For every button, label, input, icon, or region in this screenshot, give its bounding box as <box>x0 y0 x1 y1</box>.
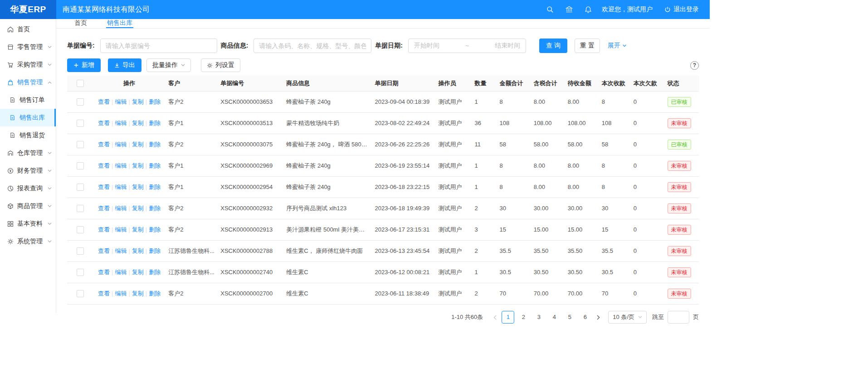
select-all-checkbox[interactable] <box>77 80 84 87</box>
delete-link[interactable]: 删除 <box>149 205 161 212</box>
batch-actions-button[interactable]: 批量操作 <box>146 58 191 72</box>
sidebar-item-sales-return[interactable]: 销售退货 <box>0 126 56 144</box>
search-button[interactable]: 查 询 <box>539 39 567 53</box>
tab-sales-outbound[interactable]: 销售出库 <box>106 19 133 28</box>
sidebar-item-sales-order[interactable]: 销售订单 <box>0 91 56 109</box>
view-link[interactable]: 查看 <box>98 120 110 126</box>
column-header-received: 本次收款 <box>599 76 631 92</box>
page-number[interactable]: 5 <box>563 311 576 324</box>
delete-link[interactable]: 删除 <box>149 162 161 169</box>
delete-link[interactable]: 删除 <box>149 120 161 126</box>
delete-link[interactable]: 删除 <box>149 184 161 190</box>
view-link[interactable]: 查看 <box>98 290 110 297</box>
row-checkbox[interactable] <box>77 141 84 148</box>
sidebar-item-products[interactable]: 商品管理 <box>0 197 56 215</box>
sidebar-item-sales-outbound[interactable]: 销售出库 <box>0 109 56 126</box>
sidebar-item-sales[interactable]: 销售管理 <box>0 73 56 91</box>
edit-link[interactable]: 编辑 <box>115 98 127 105</box>
copy-link[interactable]: 复制 <box>132 226 144 233</box>
delete-link[interactable]: 删除 <box>149 247 161 254</box>
column-settings-button[interactable]: 列设置 <box>201 58 240 72</box>
amount-cell: 70 <box>497 283 531 305</box>
row-checkbox[interactable] <box>77 205 84 212</box>
sidebar-item-reports[interactable]: 报表查询 <box>0 179 56 197</box>
view-link[interactable]: 查看 <box>98 226 110 233</box>
sidebar-item-label: 系统管理 <box>17 237 43 246</box>
view-link[interactable]: 查看 <box>98 205 110 212</box>
next-page-icon[interactable] <box>593 311 604 324</box>
logout-button[interactable]: 退出登录 <box>664 5 699 14</box>
bank-icon[interactable] <box>566 6 573 13</box>
tax-total-cell: 8.00 <box>531 92 565 113</box>
row-checkbox[interactable] <box>77 162 84 169</box>
sidebar-item-label: 销售管理 <box>17 78 43 87</box>
copy-link[interactable]: 复制 <box>132 141 144 148</box>
edit-link[interactable]: 编辑 <box>115 120 127 126</box>
row-checkbox[interactable] <box>77 184 84 191</box>
edit-link[interactable]: 编辑 <box>115 184 127 190</box>
expand-link[interactable]: 展开 <box>608 42 627 50</box>
sidebar-item-basic-data[interactable]: 基本资料 <box>0 215 56 232</box>
page-number[interactable]: 3 <box>532 311 545 324</box>
view-link[interactable]: 查看 <box>98 162 110 169</box>
row-checkbox[interactable] <box>77 290 84 297</box>
date-range-picker[interactable]: 开始时间 ~ 结束时间 <box>408 39 526 53</box>
copy-link[interactable]: 复制 <box>132 247 144 254</box>
edit-link[interactable]: 编辑 <box>115 290 127 297</box>
page-number[interactable]: 1 <box>502 311 514 324</box>
delete-link[interactable]: 删除 <box>149 290 161 297</box>
receivable-cell: 70.00 <box>565 283 599 305</box>
sidebar-item-retail[interactable]: 零售管理 <box>0 38 56 56</box>
tab-home[interactable]: 首页 <box>73 19 88 28</box>
export-button[interactable]: 导出 <box>108 58 141 72</box>
edit-link[interactable]: 编辑 <box>115 141 127 148</box>
sidebar-item-purchase[interactable]: 采购管理 <box>0 56 56 73</box>
copy-link[interactable]: 复制 <box>132 120 144 126</box>
delete-link[interactable]: 删除 <box>149 226 161 233</box>
product-info-input[interactable] <box>254 39 371 53</box>
reset-button[interactable]: 重 置 <box>575 39 600 53</box>
copy-link[interactable]: 复制 <box>132 290 144 297</box>
copy-link[interactable]: 复制 <box>132 162 144 169</box>
edit-link[interactable]: 编辑 <box>115 162 127 169</box>
delete-link[interactable]: 删除 <box>149 141 161 148</box>
copy-link[interactable]: 复制 <box>132 269 144 276</box>
page-number[interactable]: 2 <box>517 311 530 324</box>
search-icon[interactable] <box>546 6 554 13</box>
edit-link[interactable]: 编辑 <box>115 205 127 212</box>
sidebar-item-finance[interactable]: 财务管理 <box>0 162 56 179</box>
bell-icon[interactable] <box>585 6 592 13</box>
delete-link[interactable]: 删除 <box>149 269 161 276</box>
row-checkbox[interactable] <box>77 120 84 127</box>
copy-link[interactable]: 复制 <box>132 98 144 105</box>
bill-no-input[interactable] <box>100 39 217 53</box>
welcome-text: 欢迎您，测试用户 <box>602 5 653 14</box>
row-checkbox[interactable] <box>77 247 84 255</box>
page-number[interactable]: 4 <box>548 311 561 324</box>
row-checkbox[interactable] <box>77 226 84 233</box>
sidebar-item-home[interactable]: 首页 <box>0 20 56 38</box>
add-button[interactable]: 新增 <box>67 58 101 72</box>
copy-link[interactable]: 复制 <box>132 205 144 212</box>
sidebar-item-system[interactable]: 系统管理 <box>0 232 56 250</box>
view-link[interactable]: 查看 <box>98 141 110 148</box>
prev-page-icon[interactable] <box>489 311 500 324</box>
sidebar-item-warehouse[interactable]: 仓库管理 <box>0 144 56 162</box>
row-checkbox[interactable] <box>77 98 84 106</box>
row-checkbox[interactable] <box>77 269 84 276</box>
logout-label: 退出登录 <box>673 5 699 14</box>
view-link[interactable]: 查看 <box>98 184 110 190</box>
delete-link[interactable]: 删除 <box>149 98 161 105</box>
warehouse-icon <box>7 150 14 156</box>
edit-link[interactable]: 编辑 <box>115 226 127 233</box>
edit-link[interactable]: 编辑 <box>115 269 127 276</box>
copy-link[interactable]: 复制 <box>132 184 144 190</box>
edit-link[interactable]: 编辑 <box>115 247 127 254</box>
page-size-select[interactable]: 10 条/页 <box>608 311 647 324</box>
view-link[interactable]: 查看 <box>98 247 110 254</box>
view-link[interactable]: 查看 <box>98 98 110 105</box>
help-icon[interactable]: ? <box>690 61 699 70</box>
page-number[interactable]: 6 <box>579 311 591 324</box>
jump-page-input[interactable] <box>668 311 689 324</box>
view-link[interactable]: 查看 <box>98 269 110 276</box>
